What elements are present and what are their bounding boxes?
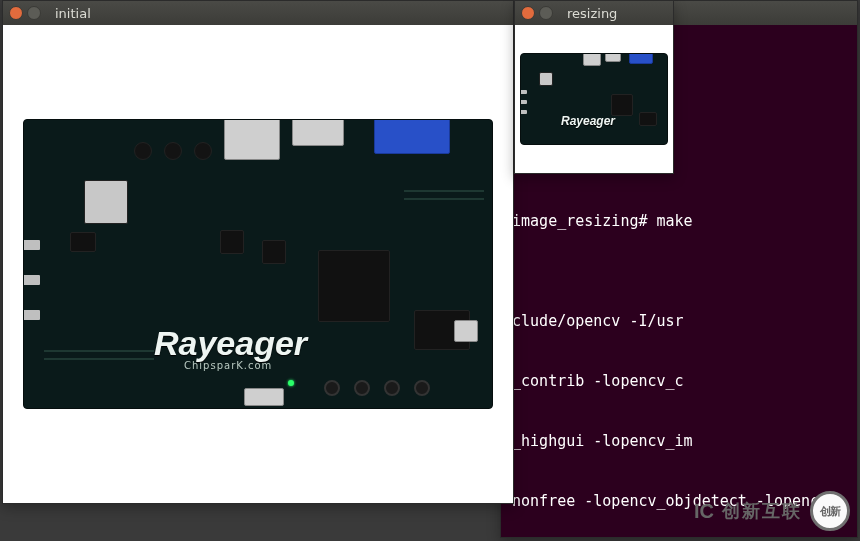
watermark-ic: IC — [694, 500, 714, 523]
minimize-icon[interactable] — [539, 6, 553, 20]
watermark-logo-icon: 创新 — [810, 491, 850, 531]
board-image-large: Rayeager ChipsparK.com — [23, 119, 493, 409]
term-line: nclude/opencv -I/usr — [503, 311, 853, 331]
term-line: /image_resizing# make — [503, 211, 853, 231]
watermark-text: 创新互联 — [722, 499, 802, 523]
resizing-window: resizing Rayeager — [514, 0, 674, 174]
resizing-content: Rayeager — [515, 25, 673, 173]
initial-content: Rayeager ChipsparK.com — [3, 25, 513, 503]
window-title: resizing — [567, 6, 617, 21]
minimize-icon[interactable] — [27, 6, 41, 20]
window-title: initial — [55, 6, 91, 21]
close-icon[interactable] — [521, 6, 535, 20]
board-brand: Rayeager — [154, 324, 307, 363]
term-line: v_highgui -lopencv_im — [503, 431, 853, 451]
board-image-small: Rayeager — [520, 53, 668, 145]
initial-window: initial — [2, 0, 514, 504]
close-icon[interactable] — [9, 6, 23, 20]
initial-titlebar: initial — [3, 1, 513, 25]
watermark-logo-label: 创新 — [820, 504, 840, 519]
term-line: v_contrib -lopencv_c — [503, 371, 853, 391]
resizing-titlebar: resizing — [515, 1, 673, 25]
board-brand: Rayeager — [561, 114, 615, 128]
watermark: IC 创新互联 创新 — [694, 491, 850, 531]
board-subbrand: ChipsparK.com — [184, 360, 272, 371]
